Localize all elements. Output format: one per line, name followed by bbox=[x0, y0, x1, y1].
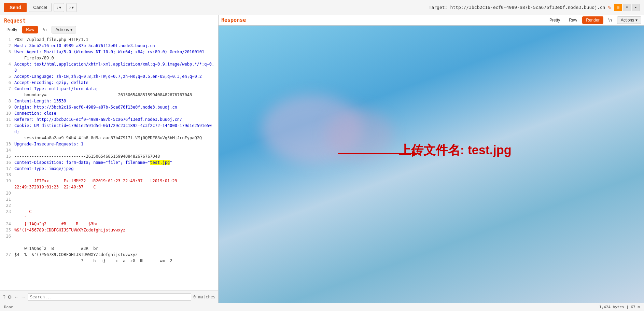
code-line: 13Upgrade-Insecure-Requests: 1 bbox=[0, 141, 218, 147]
tab-request-ln[interactable]: \n bbox=[39, 26, 50, 33]
line-number: 4 bbox=[3, 61, 11, 73]
code-line: ˋ bbox=[0, 215, 218, 221]
line-number: 18 bbox=[3, 172, 11, 178]
code-line: w!1AQaq˘2 B #3R br bbox=[0, 245, 218, 252]
code-line: 27$4 % &'()*56789:CDBFGHIJSTUVWXYZcdefgh… bbox=[0, 252, 218, 258]
code-line: 9Origin: http://3bcb2c16-ecf0-4989-a87b-… bbox=[0, 104, 218, 110]
line-number bbox=[3, 239, 11, 245]
code-line: 22 bbox=[0, 202, 218, 209]
line-content: Host: 3bcb2c16-ecf0-4989-a87b-5ca676f13e… bbox=[14, 43, 215, 49]
tab-response-actions[interactable]: Actions ▾ bbox=[617, 16, 641, 24]
response-header: Response Pretty Raw Render \n Actions ▾ bbox=[219, 15, 644, 26]
line-number: 7 bbox=[3, 86, 11, 92]
toolbar-left: Send Cancel ‹ ▾ › ▾ bbox=[4, 3, 77, 12]
line-content: session=4a8a2aa9-94b4-4fb8-8d9a-aac87b47… bbox=[14, 135, 215, 141]
line-content: C bbox=[14, 209, 215, 215]
matches-count: 0 matches bbox=[193, 295, 215, 299]
line-number: 6 bbox=[3, 80, 11, 86]
line-number: 15 bbox=[3, 153, 11, 159]
code-line: session=4a8a2aa9-94b4-4fb8-8d9a-aac87b47… bbox=[0, 135, 218, 141]
request-tab-bar: Pretty Raw \n Actions ▾ bbox=[0, 25, 218, 35]
line-number bbox=[3, 215, 11, 221]
line-content: Accept-Encoding: gzip, deflate bbox=[14, 80, 215, 86]
nav-forward-button[interactable]: › ▾ bbox=[66, 3, 77, 12]
nav-next-match[interactable]: → bbox=[21, 294, 26, 300]
line-number bbox=[3, 245, 11, 252]
toolbar-right: Target: http://3bcb2c16-ecf0-4989-a87b-5… bbox=[429, 4, 640, 11]
search-input[interactable] bbox=[28, 293, 191, 301]
line-content bbox=[14, 172, 215, 178]
code-line: 20 bbox=[0, 190, 218, 196]
line-number bbox=[3, 55, 11, 61]
line-number: 26 bbox=[3, 233, 11, 239]
code-line: 5Accept-Language: zh-CN,zh;q=0.8,zh-TW;q… bbox=[0, 73, 218, 80]
cancel-button[interactable]: Cancel bbox=[29, 3, 51, 12]
line-content: Referer: http://3bcb2c16-ecf0-4989-a87b-… bbox=[14, 116, 215, 123]
response-panel: Response Pretty Raw Render \n Actions ▾ … bbox=[219, 15, 644, 303]
code-line: ? h i} ¢ a zG Ш w= 2 bbox=[0, 258, 218, 264]
nav-prev-match[interactable]: ← bbox=[14, 294, 19, 300]
request-code-area[interactable]: 1POST /upload_file.php HTTP/1.12Host: 3b… bbox=[0, 35, 218, 291]
tab-request-actions[interactable]: Actions ▾ bbox=[52, 26, 76, 33]
line-number: 23 bbox=[3, 209, 11, 215]
code-line: 19 JFIFxx ExifMM*22 iR2019:01:23 22:49:3… bbox=[0, 178, 218, 184]
line-content: ? h i} ¢ a zG Ш w= 2 bbox=[14, 258, 215, 264]
line-number: 19 bbox=[3, 178, 11, 184]
code-line: 1POST /upload_file.php HTTP/1.1 bbox=[0, 37, 218, 43]
line-number: 27 bbox=[3, 252, 11, 258]
line-number: 17 bbox=[3, 166, 11, 172]
code-line: 7Content-Type: multipart/form-data; bbox=[0, 86, 218, 92]
line-content: %&'()*456789:CDBFGHIJSTUVWXYZcdefghijstu… bbox=[14, 227, 215, 233]
help-icon[interactable]: ? bbox=[3, 294, 5, 300]
line-content: -----------------------------26150654685… bbox=[14, 153, 215, 159]
code-line: 2Host: 3bcb2c16-ecf0-4989-a87b-5ca676f13… bbox=[0, 43, 218, 49]
tab-response-pretty[interactable]: Pretty bbox=[546, 16, 564, 24]
toolbar: Send Cancel ‹ ▾ › ▾ Target: http://3bcb2… bbox=[0, 0, 644, 15]
line-content: 22:49:372019:01:23 22:49:37 C bbox=[14, 184, 215, 190]
line-content: ˋ bbox=[14, 215, 215, 221]
tab-request-pretty[interactable]: Pretty bbox=[3, 26, 21, 33]
line-content: Content-Type: image/jpeg bbox=[14, 166, 215, 172]
nav-back-button[interactable]: ‹ ▾ bbox=[54, 3, 64, 12]
code-line: 4Accept: text/html,application/xhtml+xml… bbox=[0, 61, 218, 73]
code-line: Firefox/89.0 bbox=[0, 55, 218, 61]
actions-chevron-icon: ▾ bbox=[70, 27, 72, 32]
view-mode-list[interactable]: ≡ bbox=[623, 4, 631, 11]
main-content: Request Pretty Raw \n Actions ▾ 1POST /u… bbox=[0, 15, 644, 303]
line-content: JFIFxx ExifMM*22 iR2019:01:23 22:49:37 t… bbox=[14, 178, 215, 184]
line-content: Content-Type: multipart/form-data; bbox=[14, 86, 215, 92]
line-number: 21 bbox=[3, 196, 11, 202]
line-number: 10 bbox=[3, 110, 11, 116]
view-mode-single[interactable]: ▪ bbox=[632, 4, 640, 11]
tab-request-raw[interactable]: Raw bbox=[22, 26, 38, 33]
line-number bbox=[3, 184, 11, 190]
line-content bbox=[14, 233, 215, 239]
code-line: 14 bbox=[0, 147, 218, 153]
code-line: 15-----------------------------261506546… bbox=[0, 153, 218, 159]
code-line: 25%&'()*456789:CDBFGHIJSTUVWXYZcdefghijs… bbox=[0, 227, 218, 233]
response-actions-chevron-icon: ▾ bbox=[635, 18, 638, 23]
line-content bbox=[14, 202, 215, 209]
search-bar: ? ⚙ ← → 0 matches bbox=[0, 291, 218, 303]
line-content: POST /upload_file.php HTTP/1.1 bbox=[14, 37, 215, 43]
line-content bbox=[14, 190, 215, 196]
line-content: Content-Length: 13539 bbox=[14, 98, 215, 104]
tab-response-render[interactable]: Render bbox=[582, 16, 603, 24]
tab-response-raw[interactable]: Raw bbox=[565, 16, 581, 24]
settings-icon[interactable]: ⚙ bbox=[8, 294, 12, 300]
line-number: 25 bbox=[3, 227, 11, 233]
line-content: w!1AQaq˘2 B #3R br bbox=[14, 245, 215, 252]
upload-filename-label: 上传文件名: test.jpg bbox=[399, 142, 512, 159]
code-line: 22:49:372019:01:23 22:49:37 C bbox=[0, 184, 218, 190]
line-content: Accept-Language: zh-CN,zh;q=0.8,zh-TW;q=… bbox=[14, 73, 215, 80]
edit-icon[interactable]: ✎ bbox=[608, 4, 611, 11]
line-number: 20 bbox=[3, 190, 11, 196]
tab-response-ln[interactable]: \n bbox=[605, 16, 616, 24]
line-number: 24 bbox=[3, 221, 11, 227]
line-content: Content-Disposition: form-data; name="fi… bbox=[14, 159, 215, 166]
view-mode-split[interactable]: ⊞ bbox=[614, 4, 622, 11]
send-button[interactable]: Send bbox=[4, 3, 27, 12]
request-panel: Request Pretty Raw \n Actions ▾ 1POST /u… bbox=[0, 15, 219, 303]
code-line: 8Content-Length: 13539 bbox=[0, 98, 218, 104]
line-number: 12 bbox=[3, 123, 11, 135]
